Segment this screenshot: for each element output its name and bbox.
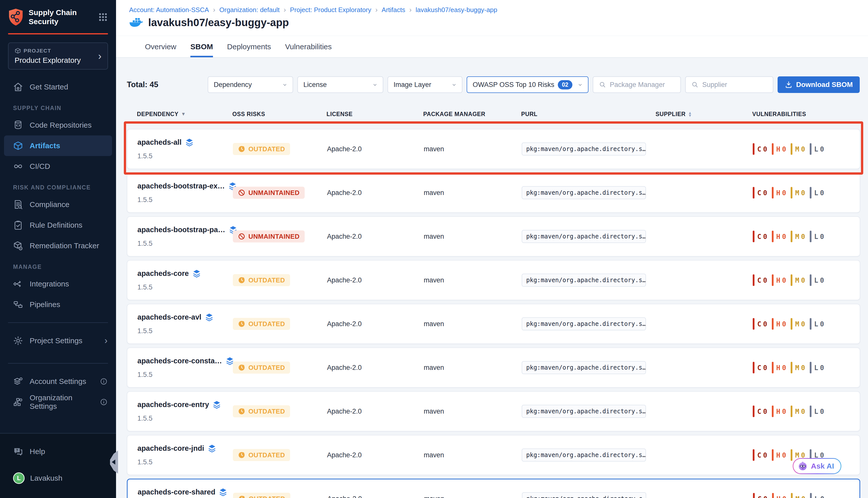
home-icon (13, 82, 23, 92)
breadcrumb-project[interactable]: Project: Product Exploratory (290, 6, 372, 14)
table-row[interactable]: apacheds-core-shared 1.5.5 OUTDATED Apac… (127, 479, 860, 498)
breadcrumb-artifacts[interactable]: Artifacts (382, 6, 405, 14)
table-row[interactable]: apacheds-core-avl 1.5.5 OUTDATED Apache-… (127, 304, 860, 344)
sidebar-item-remediation-tracker[interactable]: Remediation Tracker (0, 235, 116, 256)
layers-icon (213, 401, 221, 409)
high-count: H0 (772, 143, 786, 155)
supplier-search-input[interactable]: Supplier (685, 76, 773, 93)
document-search-icon (13, 199, 23, 210)
search-icon (691, 81, 699, 89)
high-count: H0 (772, 187, 786, 198)
column-header-supplier[interactable]: SUPPLIER▲▼ (655, 111, 752, 118)
sidebar-item-label: Integrations (30, 280, 69, 288)
project-selector[interactable]: PROJECT Product Exploratory › (8, 42, 108, 69)
tab-deployments[interactable]: Deployments (227, 36, 271, 57)
medium-count: M0 (791, 318, 805, 330)
project-label: PROJECT (24, 48, 51, 54)
breadcrumb-organization[interactable]: Organization: default (219, 6, 280, 14)
sidebar-item-organization-settings[interactable]: Organization Settings (0, 392, 116, 412)
download-sbom-button[interactable]: Download SBOM (778, 76, 860, 93)
package-manager-search-input[interactable]: Package Manager (593, 76, 681, 93)
vulnerability-counts: C0 H0 M0 L0 (753, 406, 860, 417)
column-header-license: LICENSE (326, 111, 423, 118)
purl-chip[interactable]: pkg:maven/org.apache.directory.s… (522, 143, 646, 156)
layers-icon (205, 313, 213, 322)
critical-count: C0 (753, 406, 767, 417)
table-row[interactable]: apacheds-core-entry 1.5.5 OUTDATED Apach… (127, 391, 860, 431)
oss-risk-badge: OUTDATED (233, 274, 290, 286)
owasp-risks-filter-dropdown[interactable]: OWASP OSS Top 10 Risks 02 (467, 76, 588, 93)
docker-icon (129, 16, 144, 29)
sidebar-item-integrations[interactable]: Integrations (0, 274, 116, 294)
sidebar-item-code-repositories[interactable]: Code Repositories (0, 115, 116, 135)
infinity-icon (13, 161, 23, 171)
purl-chip[interactable]: pkg:maven/org.apache.directory.s… (522, 405, 646, 418)
purl-chip[interactable]: pkg:maven/org.apache.directory.s… (522, 274, 646, 287)
package-manager-value: maven (424, 451, 522, 459)
dropdown-value: OWASP OSS Top 10 Risks (473, 81, 554, 89)
purl-chip[interactable]: pkg:maven/org.apache.directory.s… (522, 492, 646, 498)
image-layer-filter-dropdown[interactable]: Image Layer (388, 76, 463, 93)
dependency-filter-dropdown[interactable]: Dependency (208, 76, 293, 93)
tab-sbom[interactable]: SBOM (190, 36, 213, 57)
table-row[interactable]: apacheds-all 1.5.5 OUTDATED Apache-2.0 m… (127, 129, 860, 169)
low-count: L0 (810, 274, 824, 286)
tab-vulnerabilities[interactable]: Vulnerabilities (285, 36, 332, 57)
app-title: Supply Chain Security (29, 8, 92, 26)
table-row[interactable]: apacheds-bootstrap-pa… 1.5.5 UNMAINTAINE… (127, 217, 860, 257)
table-row[interactable]: apacheds-core-consta… 1.5.5 OUTDATED Apa… (127, 348, 860, 388)
license-filter-dropdown[interactable]: License (297, 76, 383, 93)
sidebar-item-artifacts[interactable]: Artifacts (4, 135, 112, 156)
layers-icon (185, 138, 193, 147)
medium-count: M0 (791, 143, 805, 155)
sidebar-user[interactable]: L Lavakush (0, 468, 116, 488)
module-grid-icon[interactable] (97, 12, 108, 23)
sidebar: Supply Chain Security PROJECT Product Ex… (0, 0, 116, 498)
purl-chip[interactable]: pkg:maven/org.apache.directory.s… (522, 230, 646, 243)
table-row[interactable]: apacheds-core-jndi 1.5.5 OUTDATED Apache… (127, 435, 860, 475)
svg-text:?: ? (16, 448, 18, 452)
ask-ai-button[interactable]: Ask AI (793, 458, 841, 474)
table-row[interactable]: apacheds-core 1.5.5 OUTDATED Apache-2.0 … (127, 260, 860, 300)
vulnerability-counts: C0 H0 M0 L0 (753, 318, 860, 330)
sidebar-item-cicd[interactable]: CI/CD (0, 156, 116, 176)
dependency-version: 1.5.5 (137, 371, 152, 379)
table-header-row: DEPENDENCY▼ OSS RISKS LICENSE PACKAGE MA… (127, 108, 860, 120)
page-header: Account: Automation-SSCA › Organization:… (116, 0, 868, 36)
column-header-dependency[interactable]: DEPENDENCY▼ (137, 111, 232, 118)
sort-descending-icon[interactable]: ▼ (181, 111, 186, 117)
sidebar-item-project-settings[interactable]: Project Settings › (0, 330, 116, 351)
package-manager-value: maven (424, 276, 522, 284)
low-count: L0 (810, 143, 824, 155)
sort-both-icon[interactable]: ▲▼ (688, 111, 692, 117)
layers-gear-icon (13, 376, 23, 386)
oss-risk-label: OUTDATED (249, 276, 285, 284)
license-value: Apache-2.0 (327, 408, 424, 415)
dependency-version: 1.5.5 (137, 152, 152, 160)
sidebar-item-pipelines[interactable]: Pipelines (0, 294, 116, 315)
clock-icon (238, 145, 245, 153)
purl-chip[interactable]: pkg:maven/org.apache.directory.s… (522, 317, 646, 330)
sidebar-item-get-started[interactable]: Get Started (0, 77, 116, 97)
tab-overview[interactable]: Overview (145, 36, 176, 57)
page-title: lavakush07/easy-buggy-app (148, 16, 289, 29)
dependency-name: apacheds-core-consta… (137, 357, 222, 365)
chevron-down-icon (372, 81, 378, 88)
sidebar-item-compliance[interactable]: Compliance (0, 194, 116, 215)
breadcrumb-separator: › (213, 6, 215, 14)
purl-chip[interactable]: pkg:maven/org.apache.directory.s… (522, 361, 646, 374)
sidebar-item-account-settings[interactable]: Account Settings (0, 371, 116, 392)
sidebar-item-label: Pipelines (30, 300, 60, 309)
purl-chip[interactable]: pkg:maven/org.apache.directory.s… (522, 186, 646, 199)
sidebar-item-help[interactable]: ? Help (0, 441, 116, 462)
ban-icon (238, 189, 245, 196)
help-chat-icon: ? (13, 446, 23, 457)
dependency-name: apacheds-core-entry (137, 401, 209, 409)
purl-chip[interactable]: pkg:maven/org.apache.directory.s… (522, 448, 646, 461)
breadcrumb-account[interactable]: Account: Automation-SSCA (129, 6, 209, 14)
pipelines-icon (13, 300, 23, 310)
breadcrumb-artifact-name[interactable]: lavakush07/easy-buggy-app (416, 6, 497, 14)
sidebar-item-rule-definitions[interactable]: Rule Definitions (0, 215, 116, 235)
table-row[interactable]: apacheds-bootstrap-ex… 1.5.5 UNMAINTAINE… (127, 173, 860, 213)
critical-count: C0 (753, 143, 767, 155)
